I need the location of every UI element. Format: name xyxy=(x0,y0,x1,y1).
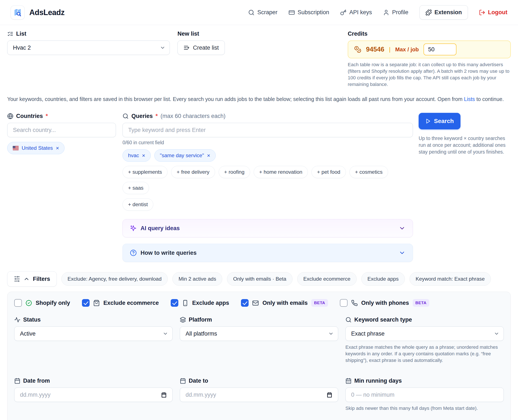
how-to-write-queries-accordion[interactable]: How to write queries xyxy=(123,244,413,262)
suggestion-chip[interactable]: + dentist xyxy=(123,198,153,211)
layers-icon xyxy=(180,317,186,323)
list-label: List xyxy=(7,30,170,37)
nav-profile[interactable]: Profile xyxy=(383,9,409,16)
key-icon xyxy=(340,9,347,16)
suggestion-chip[interactable]: + saas xyxy=(123,182,149,194)
remove-query-icon[interactable]: × xyxy=(207,152,210,159)
min-running-days-label: Min running days xyxy=(345,378,504,384)
nav-subscription[interactable]: Subscription xyxy=(288,9,329,16)
filters-panel: Shopify only Exclude ecommerce Exclude a… xyxy=(7,292,511,420)
credits-box: 94546 | Max / job 50 xyxy=(348,40,511,58)
min-running-days-input[interactable]: 0 — no minimum xyxy=(345,388,504,402)
suggestion-chip[interactable]: + cosmetics xyxy=(349,166,388,178)
date-picker-icon[interactable] xyxy=(161,392,167,398)
date-to-label: Date to xyxy=(180,378,338,384)
beta-badge: BETA xyxy=(413,299,429,307)
help-circle-icon xyxy=(130,249,137,256)
list-checks-icon xyxy=(7,31,13,37)
brand: AdsLeadz xyxy=(11,6,64,20)
search-icon xyxy=(123,113,129,119)
calendar-icon xyxy=(180,378,186,384)
chevron-down-icon xyxy=(163,331,168,337)
platform-select[interactable]: All platforms xyxy=(180,326,338,341)
map-search-icon xyxy=(13,8,22,17)
globe-icon xyxy=(7,113,13,119)
date-from-input[interactable]: dd.mm.yyyy xyxy=(14,388,173,402)
exclude-apps-checkbox[interactable] xyxy=(171,299,178,307)
suggestion-chip[interactable]: + home renovation xyxy=(254,166,308,178)
chevron-down-icon xyxy=(399,225,405,232)
status-select[interactable]: Active xyxy=(14,326,173,341)
remove-country-icon[interactable]: × xyxy=(56,145,59,151)
credits-balance: 94546 xyxy=(366,46,384,53)
toggle-exclude-ecommerce[interactable]: Exclude ecommerce xyxy=(82,299,159,307)
query-char-counter: 0/60 in current field xyxy=(123,140,413,145)
credits-label: Credits xyxy=(348,30,511,37)
chevron-down-icon xyxy=(494,331,499,337)
country-chip-united-states[interactable]: United States × xyxy=(7,142,64,154)
toggle-only-with-phones[interactable]: Only with phones BETA xyxy=(340,299,429,307)
search-tip-text: Up to three keyword × country searches r… xyxy=(419,135,511,155)
main-nav: Scraper Subscription API keys Profile Ex… xyxy=(248,5,507,20)
calendar-icon xyxy=(14,378,20,384)
country-search-input[interactable]: Search country... xyxy=(7,123,116,137)
platform-label: Platform xyxy=(180,316,338,323)
calendar-days-icon xyxy=(345,378,352,384)
list-select[interactable]: Hvac 2 xyxy=(7,40,170,55)
coins-icon xyxy=(354,46,361,53)
toggle-shopify-only[interactable]: Shopify only xyxy=(14,299,70,307)
suggestion-chip[interactable]: + free delivery xyxy=(171,166,215,178)
logout-button[interactable]: Logout xyxy=(479,9,507,16)
filter-summary-pill[interactable]: Exclude ecommerce xyxy=(297,272,357,286)
nav-api-keys[interactable]: API keys xyxy=(340,9,372,16)
keyword-search-type-label: Keyword search type xyxy=(345,316,504,323)
shopify-only-checkbox[interactable] xyxy=(14,299,22,307)
ai-query-ideas-accordion[interactable]: AI query ideas xyxy=(123,219,413,237)
filter-summary-pill[interactable]: Min 2 active ads xyxy=(172,272,222,286)
nav-scraper[interactable]: Scraper xyxy=(248,9,278,16)
search-icon xyxy=(345,317,352,323)
suggestion-chip[interactable]: + pet food xyxy=(311,166,346,178)
suggestion-chip[interactable]: + roofing xyxy=(219,166,250,178)
us-flag-icon xyxy=(13,146,19,150)
list-plus-icon xyxy=(183,45,190,51)
query-input[interactable]: Type keyword and press Enter xyxy=(123,123,413,137)
new-list-label: New list xyxy=(178,30,225,37)
activity-icon xyxy=(14,317,20,323)
remove-query-icon[interactable]: × xyxy=(142,152,145,159)
chevron-down-icon xyxy=(328,331,334,337)
create-list-button[interactable]: Create list xyxy=(178,40,225,55)
credit-card-icon xyxy=(288,9,295,16)
date-picker-icon[interactable] xyxy=(326,392,332,398)
query-chip[interactable]: hvac × xyxy=(123,149,151,162)
lists-link[interactable]: Lists xyxy=(464,96,475,102)
filter-summary-pill[interactable]: Keyword match: Exact phrase xyxy=(410,272,491,286)
keyword-search-type-help: Exact phrase matches the whole query as … xyxy=(345,344,504,364)
app-logo[interactable] xyxy=(11,6,25,20)
query-chip[interactable]: "same day service" × xyxy=(154,149,216,162)
filters-toggle-button[interactable]: Filters xyxy=(7,271,57,287)
keyword-search-type-select[interactable]: Exact phrase xyxy=(345,326,504,341)
shopping-bag-icon xyxy=(93,300,100,306)
top-navbar: AdsLeadz Scraper Subscription API keys P… xyxy=(0,0,518,25)
app-title: AdsLeadz xyxy=(29,8,64,17)
search-button[interactable]: Search xyxy=(419,113,460,129)
user-icon xyxy=(383,9,389,16)
exclude-ecommerce-checkbox[interactable] xyxy=(82,299,90,307)
credits-help-text: Each table row is a separate job: it can… xyxy=(348,61,511,88)
countries-label: Countries * xyxy=(7,113,116,120)
filter-summary-pill[interactable]: Only with emails · Beta xyxy=(227,272,293,286)
toggle-exclude-apps[interactable]: Exclude apps xyxy=(171,299,229,307)
filter-summary-pill[interactable]: Exclude: Agency, free delivery, download xyxy=(61,272,168,286)
toggle-only-with-emails[interactable]: Only with emails BETA xyxy=(241,299,328,307)
extension-button[interactable]: Extension xyxy=(419,5,468,20)
only-with-emails-checkbox[interactable] xyxy=(241,299,249,307)
chevron-down-icon xyxy=(399,249,405,256)
suggestion-chip[interactable]: + supplements xyxy=(123,166,168,178)
max-per-job-input[interactable]: 50 xyxy=(424,44,456,55)
only-with-phones-checkbox[interactable] xyxy=(340,299,348,307)
intro-text: Your keywords, countries, and filters ar… xyxy=(7,96,511,102)
min-running-days-help: Skip ads newer than this many full days … xyxy=(345,405,504,412)
date-to-input[interactable]: dd.mm.yyyy xyxy=(180,388,338,402)
filter-summary-pill[interactable]: Exclude apps xyxy=(361,272,405,286)
